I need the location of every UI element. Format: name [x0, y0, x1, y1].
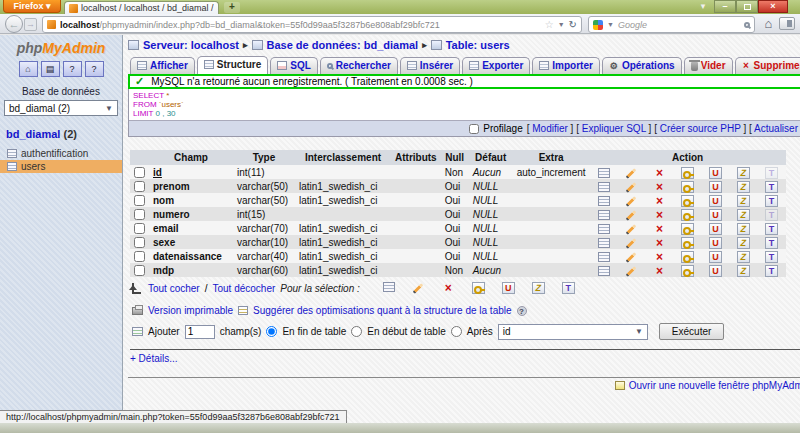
breadcrumb-server[interactable]: Serveur: localhost — [143, 39, 239, 51]
change-icon[interactable] — [625, 265, 638, 277]
drop-icon[interactable] — [653, 167, 666, 179]
change-icon[interactable] — [412, 282, 425, 294]
tab-exporter[interactable]: Exporter — [462, 57, 530, 74]
browse-icon[interactable] — [598, 210, 610, 220]
browse-icon[interactable] — [598, 252, 610, 262]
url-bar[interactable]: localhost/phpmyadmin/index.php?db=bd_dia… — [42, 16, 582, 33]
drop-icon[interactable] — [653, 195, 666, 207]
row-checkbox[interactable] — [134, 251, 145, 262]
help-icon[interactable]: ? — [517, 306, 527, 316]
sidebar-item-authentification[interactable]: authentification — [0, 147, 122, 160]
maximize-button[interactable] — [736, 0, 758, 13]
browse-icon[interactable] — [598, 168, 610, 178]
drop-icon[interactable] — [653, 265, 666, 277]
forward-button[interactable]: → — [24, 18, 37, 31]
unique-icon[interactable] — [709, 251, 722, 263]
tab-sql[interactable]: SQL — [270, 57, 318, 74]
index-icon[interactable] — [737, 265, 750, 277]
sql-link-actualiser[interactable]: Actualiser — [754, 123, 798, 134]
row-checkbox[interactable] — [134, 195, 145, 206]
tab-structure[interactable]: Structure — [197, 56, 268, 74]
unique-icon[interactable] — [709, 167, 722, 179]
index-icon[interactable] — [737, 237, 750, 249]
change-icon[interactable] — [625, 167, 638, 179]
row-checkbox[interactable] — [134, 265, 145, 276]
query-window-icon[interactable]: ? — [85, 61, 104, 77]
browse-icon[interactable] — [598, 182, 610, 192]
field-count-input[interactable] — [185, 325, 215, 339]
back-button[interactable]: ← — [5, 15, 23, 33]
tab-importer[interactable]: Importer — [532, 57, 600, 74]
fulltext-icon[interactable] — [562, 282, 575, 294]
bookmarks-panel-button[interactable] — [779, 17, 795, 30]
sql-window-icon[interactable]: ▤ — [41, 61, 60, 77]
primary-icon[interactable] — [681, 209, 694, 221]
drop-icon[interactable] — [653, 209, 666, 221]
index-icon[interactable] — [737, 181, 750, 193]
change-icon[interactable] — [625, 209, 638, 221]
change-icon[interactable] — [625, 237, 638, 249]
unique-icon[interactable] — [709, 195, 722, 207]
index-icon[interactable] — [532, 282, 545, 294]
change-icon[interactable] — [625, 251, 638, 263]
close-button[interactable]: × — [758, 0, 788, 13]
primary-icon[interactable] — [681, 167, 694, 179]
row-checkbox[interactable] — [134, 167, 145, 178]
propose-structure-link[interactable]: Suggérer des optimisations quant à la st… — [253, 305, 512, 316]
row-checkbox[interactable] — [134, 237, 145, 248]
browse-icon[interactable] — [383, 282, 395, 292]
fulltext-icon[interactable] — [765, 195, 778, 207]
radio-after-field[interactable] — [451, 326, 462, 337]
primary-icon[interactable] — [681, 265, 694, 277]
window-menu-chevron-icon[interactable]: ▾ — [694, 0, 712, 13]
unique-icon[interactable] — [709, 223, 722, 235]
print-view-link[interactable]: Version imprimable — [148, 305, 233, 316]
primary-icon[interactable] — [681, 181, 694, 193]
fulltext-icon[interactable] — [765, 265, 778, 277]
fulltext-icon[interactable] — [765, 251, 778, 263]
check-all-link[interactable]: Tout cocher — [148, 283, 200, 294]
index-icon[interactable] — [737, 251, 750, 263]
database-select[interactable]: bd_diamal (2) ▼ — [4, 100, 118, 116]
breadcrumb-table[interactable]: Table: users — [446, 39, 510, 51]
browser-tab[interactable]: localhost / localhost / bd_diamal / user… — [64, 1, 219, 14]
unique-icon[interactable] — [502, 282, 515, 294]
new-window-link[interactable]: Ouvrir une nouvelle fenêtre phpMyAdmin — [629, 380, 800, 391]
database-link[interactable]: bd_diamal (2) — [6, 128, 122, 140]
row-checkbox[interactable] — [134, 209, 145, 220]
change-icon[interactable] — [625, 181, 638, 193]
unique-icon[interactable] — [709, 265, 722, 277]
drop-icon[interactable] — [653, 251, 666, 263]
tab-afficher[interactable]: Afficher — [130, 57, 195, 74]
drop-icon[interactable] — [653, 181, 666, 193]
change-icon[interactable] — [625, 223, 638, 235]
primary-icon[interactable] — [681, 237, 694, 249]
index-icon[interactable] — [737, 223, 750, 235]
bookmark-star-icon[interactable]: ☆ — [545, 19, 554, 30]
search-bar[interactable]: ▼ Google — [588, 16, 755, 33]
index-icon[interactable] — [737, 195, 750, 207]
primary-icon[interactable] — [681, 223, 694, 235]
primary-icon[interactable] — [472, 282, 485, 294]
execute-button[interactable]: Exécuter — [659, 323, 724, 340]
url-dropdown-icon[interactable]: ▼ — [558, 21, 565, 28]
browse-icon[interactable] — [598, 238, 610, 248]
browse-icon[interactable] — [598, 196, 610, 206]
firefox-menu-button[interactable]: Firefox ▾ — [3, 0, 61, 13]
tab-rechercher[interactable]: Rechercher — [320, 57, 398, 74]
reload-icon[interactable]: ↻ — [569, 19, 577, 30]
minimize-button[interactable]: – — [714, 0, 736, 13]
fulltext-icon[interactable] — [765, 223, 778, 235]
sql-link-expliquer-sql[interactable]: Expliquer SQL — [582, 123, 646, 134]
profiling-checkbox[interactable] — [469, 124, 479, 134]
uncheck-all-link[interactable]: Tout décocher — [212, 283, 275, 294]
browse-icon[interactable] — [598, 224, 610, 234]
search-engine-dropdown-icon[interactable]: ▼ — [607, 21, 614, 28]
unique-icon[interactable] — [709, 237, 722, 249]
index-icon[interactable] — [737, 167, 750, 179]
sql-link-modifier[interactable]: Modifier — [532, 123, 568, 134]
row-checkbox[interactable] — [134, 181, 145, 192]
row-checkbox[interactable] — [134, 223, 145, 234]
fulltext-icon[interactable] — [765, 237, 778, 249]
after-field-select[interactable]: id ▼ — [498, 324, 648, 340]
